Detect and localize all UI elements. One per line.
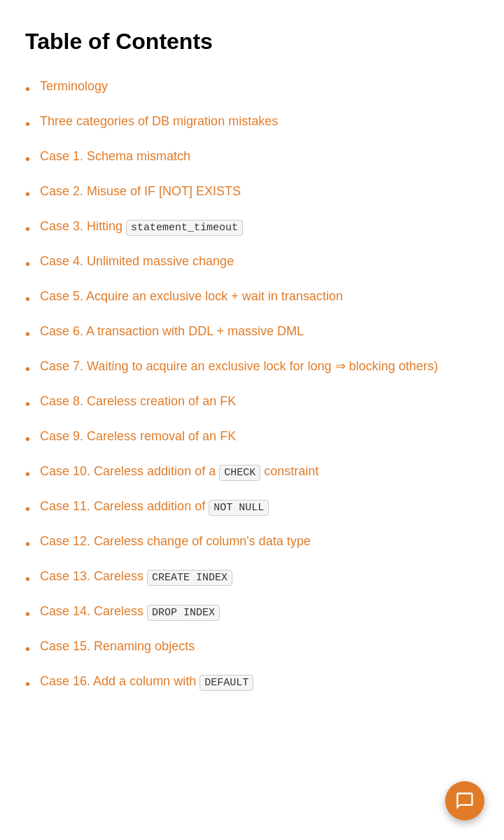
- toc-link-case10[interactable]: Case 10. Careless addition of a CHECK co…: [40, 462, 318, 482]
- code-not-null: NOT NULL: [209, 500, 269, 516]
- toc-link-terminology[interactable]: Terminology: [40, 77, 108, 96]
- list-item: • Case 3. Hitting statement_timeout: [25, 217, 479, 239]
- bullet-icon: •: [25, 393, 30, 414]
- bullet-icon: •: [25, 568, 30, 589]
- bullet-icon: •: [25, 533, 30, 554]
- bullet-icon: •: [25, 638, 30, 659]
- list-item: • Three categories of DB migration mista…: [25, 112, 479, 134]
- chat-button[interactable]: [445, 781, 484, 820]
- bullet-icon: •: [25, 428, 30, 449]
- toc-link-case12[interactable]: Case 12. Careless change of column's dat…: [40, 532, 311, 551]
- code-drop-index: DROP INDEX: [147, 605, 220, 621]
- toc-link-case1[interactable]: Case 1. Schema mismatch: [40, 147, 190, 166]
- code-create-index: CREATE INDEX: [147, 570, 232, 586]
- list-item: • Case 6. A transaction with DDL + massi…: [25, 322, 479, 344]
- bullet-icon: •: [25, 463, 30, 484]
- list-item: • Case 12. Careless change of column's d…: [25, 532, 479, 554]
- bullet-icon: •: [25, 113, 30, 134]
- code-check: CHECK: [219, 465, 260, 481]
- list-item: • Case 8. Careless creation of an FK: [25, 392, 479, 414]
- toc-link-case2[interactable]: Case 2. Misuse of IF [NOT] EXISTS: [40, 182, 241, 201]
- bullet-icon: •: [25, 183, 30, 204]
- list-item: • Case 2. Misuse of IF [NOT] EXISTS: [25, 182, 479, 204]
- toc-link-case15[interactable]: Case 15. Renaming objects: [40, 637, 195, 656]
- bullet-icon: •: [25, 323, 30, 344]
- list-item: • Case 9. Careless removal of an FK: [25, 427, 479, 449]
- toc-link-case13[interactable]: Case 13. Careless CREATE INDEX: [40, 567, 232, 587]
- list-item: • Case 10. Careless addition of a CHECK …: [25, 462, 479, 484]
- toc-list: • Terminology • Three categories of DB m…: [25, 77, 479, 694]
- toc-link-case9[interactable]: Case 9. Careless removal of an FK: [40, 427, 236, 446]
- bullet-icon: •: [25, 253, 30, 274]
- bullet-icon: •: [25, 78, 30, 99]
- bullet-icon: •: [25, 603, 30, 624]
- list-item: • Case 4. Unlimited massive change: [25, 252, 479, 274]
- bullet-icon: •: [25, 673, 30, 694]
- toc-link-case6[interactable]: Case 6. A transaction with DDL + massive…: [40, 322, 304, 341]
- list-item: • Case 1. Schema mismatch: [25, 147, 479, 169]
- list-item: • Case 7. Waiting to acquire an exclusiv…: [25, 357, 479, 379]
- toc-link-case11[interactable]: Case 11. Careless addition of NOT NULL: [40, 497, 269, 517]
- toc-link-case14[interactable]: Case 14. Careless DROP INDEX: [40, 602, 220, 622]
- list-item: • Terminology: [25, 77, 479, 99]
- toc-link-case5[interactable]: Case 5. Acquire an exclusive lock + wait…: [40, 287, 343, 306]
- page-title: Table of Contents: [25, 28, 479, 55]
- list-item: • Case 11. Careless addition of NOT NULL: [25, 497, 479, 519]
- toc-link-case3[interactable]: Case 3. Hitting statement_timeout: [40, 217, 243, 237]
- toc-link-categories[interactable]: Three categories of DB migration mistake…: [40, 112, 278, 131]
- bullet-icon: •: [25, 288, 30, 309]
- code-default: DEFAULT: [200, 675, 253, 691]
- bullet-icon: •: [25, 218, 30, 239]
- toc-link-case8[interactable]: Case 8. Careless creation of an FK: [40, 392, 236, 411]
- list-item: • Case 16. Add a column with DEFAULT: [25, 672, 479, 694]
- chat-icon: [455, 791, 475, 811]
- bullet-icon: •: [25, 148, 30, 169]
- list-item: • Case 5. Acquire an exclusive lock + wa…: [25, 287, 479, 309]
- list-item: • Case 15. Renaming objects: [25, 637, 479, 659]
- toc-link-case16[interactable]: Case 16. Add a column with DEFAULT: [40, 672, 253, 692]
- toc-link-case4[interactable]: Case 4. Unlimited massive change: [40, 252, 234, 271]
- bullet-icon: •: [25, 358, 30, 379]
- list-item: • Case 13. Careless CREATE INDEX: [25, 567, 479, 589]
- toc-link-case7[interactable]: Case 7. Waiting to acquire an exclusive …: [40, 357, 438, 376]
- code-statement-timeout: statement_timeout: [126, 220, 243, 236]
- bullet-icon: •: [25, 498, 30, 519]
- list-item: • Case 14. Careless DROP INDEX: [25, 602, 479, 624]
